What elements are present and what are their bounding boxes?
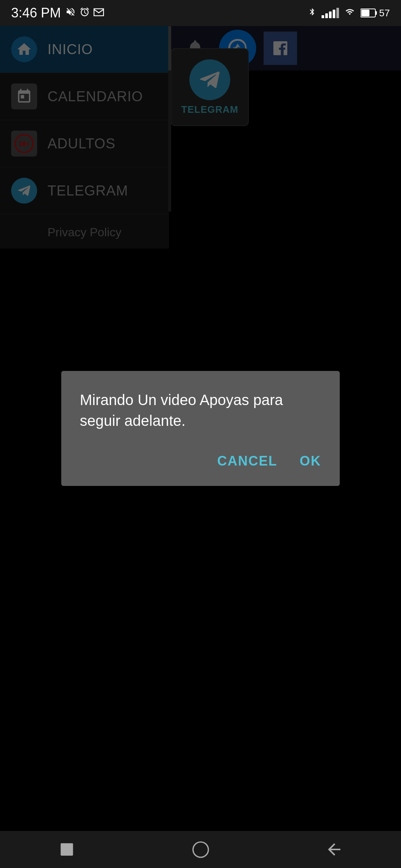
svg-point-6 — [193, 842, 208, 857]
status-left: 3:46 PM — [11, 5, 104, 21]
svg-rect-1 — [375, 11, 377, 15]
dialog-overlay: Mirando Un video Apoyas para seguir adel… — [0, 26, 401, 831]
bluetooth-icon — [308, 7, 316, 20]
nav-stop-button[interactable] — [52, 835, 82, 864]
signal-icon — [322, 8, 339, 18]
nav-back-button[interactable] — [319, 835, 349, 864]
nav-bar — [0, 831, 401, 868]
battery-icon: 57 — [361, 7, 390, 19]
status-time: 3:46 PM — [11, 5, 61, 21]
dialog-buttons: CANCEL OK — [80, 450, 321, 473]
mute-icon — [65, 7, 76, 20]
gmail-icon — [94, 7, 104, 19]
dialog: Mirando Un video Apoyas para seguir adel… — [61, 371, 340, 486]
svg-rect-5 — [61, 843, 73, 855]
alarm-icon — [79, 7, 90, 20]
nav-home-button[interactable] — [186, 835, 215, 864]
ok-button[interactable]: OK — [300, 450, 321, 473]
status-bar: 3:46 PM — [0, 0, 401, 26]
cancel-button[interactable]: CANCEL — [217, 450, 277, 473]
wifi-icon — [344, 7, 355, 19]
status-right: 57 — [308, 7, 390, 20]
battery-level: 57 — [379, 7, 390, 19]
svg-rect-2 — [361, 10, 369, 16]
dialog-message: Mirando Un video Apoyas para seguir adel… — [80, 389, 321, 431]
status-icons — [65, 7, 104, 20]
